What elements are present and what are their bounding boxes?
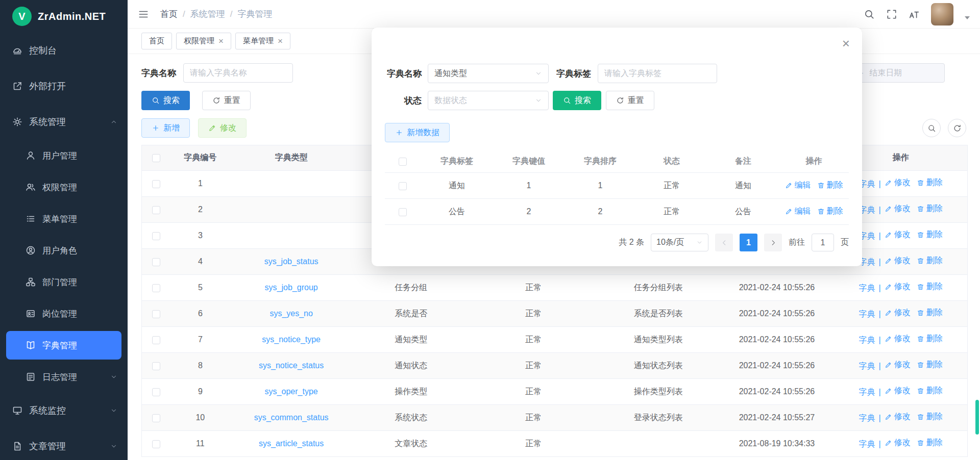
goto-page-input[interactable] <box>812 234 834 251</box>
select-all-checkbox[interactable] <box>152 154 160 162</box>
tab[interactable]: 权限管理× <box>176 33 231 49</box>
op-edit-link[interactable]: 修改 <box>885 360 911 370</box>
op-delete-link[interactable]: 删除 <box>917 203 943 214</box>
op-delete-link[interactable]: 删除 <box>917 177 943 188</box>
sidebar-item-external-link[interactable]: 外部打开 <box>0 68 128 104</box>
op-edit-link[interactable]: 编辑 <box>785 180 811 191</box>
op-edit-link[interactable]: 修改 <box>885 282 911 292</box>
op-delete-link[interactable]: 删除 <box>917 360 943 370</box>
row-checkbox[interactable] <box>152 232 160 240</box>
op-edit-link[interactable]: 修改 <box>885 334 911 344</box>
row-checkbox[interactable] <box>152 310 160 318</box>
dict-name-input[interactable] <box>183 63 293 83</box>
chevron-down-icon[interactable] <box>965 16 970 19</box>
status-select[interactable]: 数据状态 <box>428 91 549 110</box>
op-edit-link[interactable]: 修改 <box>885 203 911 214</box>
op-edit-link[interactable]: 修改 <box>885 386 911 396</box>
breadcrumb-item[interactable]: 首页 <box>160 8 178 20</box>
close-icon[interactable]: × <box>218 37 224 45</box>
sidebar-toggle-icon[interactable] <box>138 9 149 20</box>
op-dict-link[interactable]: 字典 <box>859 283 875 294</box>
breadcrumb-item[interactable]: 字典管理 <box>237 8 272 20</box>
dict-type-link[interactable]: sys_yes_no <box>270 309 313 318</box>
dict-type-link[interactable]: sys_job_status <box>264 257 318 266</box>
dict-type-link[interactable]: sys_article_status <box>259 439 324 448</box>
close-icon[interactable]: × <box>842 37 850 50</box>
sidebar-item-user-role[interactable]: 用户角色 <box>0 235 128 266</box>
dict-type-link[interactable]: sys_oper_type <box>265 387 318 396</box>
row-checkbox[interactable] <box>152 336 160 344</box>
op-edit-link[interactable]: 修改 <box>885 412 911 422</box>
row-checkbox[interactable] <box>152 388 160 396</box>
row-checkbox[interactable] <box>152 284 160 292</box>
dict-label-input[interactable] <box>598 64 717 83</box>
avatar[interactable] <box>931 3 953 25</box>
dialog-reset-button[interactable]: 重置 <box>606 91 654 110</box>
op-dict-link[interactable]: 字典 <box>859 387 875 398</box>
dict-type-link[interactable]: sys_job_group <box>265 283 318 292</box>
tab[interactable]: 首页 <box>141 33 172 49</box>
row-checkbox[interactable] <box>152 414 160 422</box>
logo[interactable]: V ZrAdmin.NET <box>0 0 128 33</box>
op-delete-link[interactable]: 删除 <box>917 438 943 448</box>
sidebar-item-log[interactable]: 日志管理 <box>0 361 128 393</box>
row-checkbox[interactable] <box>399 208 407 216</box>
row-checkbox[interactable] <box>152 206 160 214</box>
sidebar-item-monitor[interactable]: 系统监控 <box>0 393 128 428</box>
scrollbar-thumb[interactable] <box>975 400 979 435</box>
column-search-button[interactable] <box>922 119 941 137</box>
dict-type-link[interactable]: sys_notice_type <box>262 335 321 344</box>
search-button[interactable]: 搜索 <box>141 91 190 110</box>
dict-type-link[interactable]: sys_notice_status <box>259 361 324 370</box>
op-edit-link[interactable]: 修改 <box>885 438 911 448</box>
sidebar-item-article[interactable]: 文章管理 <box>0 428 128 460</box>
op-edit-link[interactable]: 修改 <box>885 308 911 318</box>
page-size-select[interactable]: 10条/页 <box>651 234 708 251</box>
sidebar-item-book[interactable]: 字典管理 <box>6 331 121 360</box>
op-delete-link[interactable]: 删除 <box>917 255 943 266</box>
op-delete-link[interactable]: 删除 <box>917 229 943 240</box>
row-checkbox[interactable] <box>399 182 407 190</box>
select-all-checkbox[interactable] <box>399 158 407 166</box>
fullscreen-icon[interactable] <box>886 9 897 20</box>
op-edit-link[interactable]: 修改 <box>885 177 911 188</box>
sidebar-item-badge[interactable]: 岗位管理 <box>0 298 128 329</box>
add-data-button[interactable]: 新增数据 <box>385 123 450 142</box>
add-button[interactable]: 新增 <box>141 118 190 138</box>
row-checkbox[interactable] <box>152 362 160 370</box>
sidebar-item-gear[interactable]: 系统管理 <box>0 104 128 140</box>
op-dict-link[interactable]: 字典 <box>859 361 875 372</box>
op-delete-link[interactable]: 删除 <box>817 206 843 217</box>
op-delete-link[interactable]: 删除 <box>917 334 943 344</box>
op-dict-link[interactable]: 字典 <box>859 335 875 346</box>
row-checkbox[interactable] <box>152 258 160 266</box>
sidebar-item-department[interactable]: 部门管理 <box>0 266 128 298</box>
op-dict-link[interactable]: 字典 <box>859 309 875 320</box>
search-icon[interactable] <box>864 9 875 20</box>
op-delete-link[interactable]: 删除 <box>917 386 943 396</box>
current-page[interactable]: 1 <box>740 234 757 251</box>
next-page-button[interactable] <box>764 234 782 251</box>
tab[interactable]: 菜单管理× <box>235 33 290 49</box>
op-dict-link[interactable]: 字典 <box>859 413 875 424</box>
font-size-icon[interactable] <box>909 9 920 20</box>
reset-button[interactable]: 重置 <box>202 91 251 110</box>
prev-page-button[interactable] <box>715 234 733 251</box>
edit-button[interactable]: 修改 <box>198 118 247 138</box>
op-edit-link[interactable]: 编辑 <box>785 206 811 217</box>
dict-type-link[interactable]: sys_common_status <box>254 413 329 422</box>
sidebar-item-dashboard[interactable]: 控制台 <box>0 33 128 68</box>
op-edit-link[interactable]: 修改 <box>885 229 911 240</box>
sidebar-item-users[interactable]: 权限管理 <box>0 171 128 203</box>
op-delete-link[interactable]: 删除 <box>917 412 943 422</box>
close-icon[interactable]: × <box>278 37 283 45</box>
op-dict-link[interactable]: 字典 <box>859 439 875 450</box>
row-checkbox[interactable] <box>152 180 160 188</box>
op-edit-link[interactable]: 修改 <box>885 255 911 266</box>
row-checkbox[interactable] <box>152 440 160 448</box>
table-refresh-button[interactable] <box>948 119 966 137</box>
sidebar-item-user[interactable]: 用户管理 <box>0 140 128 171</box>
breadcrumb-item[interactable]: 系统管理 <box>190 8 225 20</box>
dialog-search-button[interactable]: 搜索 <box>553 91 601 110</box>
op-delete-link[interactable]: 删除 <box>917 308 943 318</box>
